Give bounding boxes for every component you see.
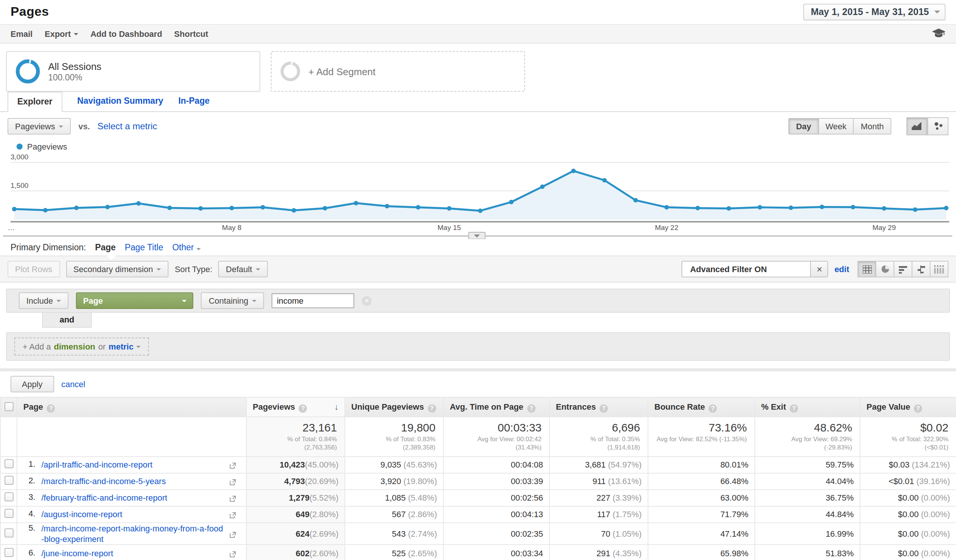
tab-in-page[interactable]: In-Page (178, 96, 209, 111)
data-point[interactable] (261, 205, 265, 210)
data-point[interactable] (633, 198, 638, 202)
data-point[interactable] (726, 206, 731, 211)
tab-navigation-summary[interactable]: Navigation Summary (77, 96, 163, 111)
table-view-icon[interactable] (857, 261, 876, 278)
filter-value-input[interactable] (272, 293, 354, 308)
data-point[interactable] (602, 178, 607, 183)
plot-rows-button[interactable]: Plot Rows (8, 261, 60, 278)
dimension-other[interactable]: Other (172, 243, 201, 252)
export-button[interactable]: Export (45, 29, 79, 38)
help-icon[interactable]: ? (914, 404, 922, 412)
dimension-page-title[interactable]: Page Title (125, 243, 163, 252)
data-point[interactable] (354, 201, 358, 205)
cancel-link[interactable]: cancel (61, 380, 85, 389)
row-checkbox[interactable] (4, 509, 13, 518)
edit-filter-link[interactable]: edit (835, 265, 849, 274)
row-checkbox[interactable] (4, 548, 13, 557)
col-header-page-value[interactable]: Page Value? (860, 397, 956, 417)
tab-explorer[interactable]: Explorer (8, 92, 62, 112)
data-point[interactable] (136, 201, 141, 205)
data-point[interactable] (198, 206, 203, 211)
metric-link[interactable]: metric (108, 342, 134, 351)
add-to-dashboard-button[interactable]: Add to Dashboard (90, 29, 162, 38)
help-icon[interactable]: ? (599, 404, 608, 412)
metric-dropdown[interactable]: Pageviews (8, 118, 71, 135)
data-point[interactable] (230, 206, 234, 210)
pageviews-chart[interactable]: 1,5003,000May 8May 15May 22May 29… (0, 152, 956, 239)
data-point[interactable] (540, 185, 544, 189)
col-header-page[interactable]: Page? (17, 397, 246, 417)
apply-button[interactable]: Apply (11, 376, 54, 392)
data-point[interactable] (74, 205, 79, 210)
filter-field-dropdown[interactable]: Page (76, 292, 194, 309)
data-point[interactable] (167, 205, 172, 210)
col-header-unique-pageviews[interactable]: Unique Pageviews? (345, 397, 443, 417)
email-button[interactable]: Email (11, 29, 33, 38)
data-point[interactable] (105, 205, 110, 209)
data-point[interactable] (851, 205, 855, 209)
add-dimension-or-metric-button[interactable]: + Add a dimension or metric (14, 337, 149, 356)
help-icon[interactable]: ? (428, 404, 436, 412)
external-link-icon[interactable] (230, 550, 236, 559)
pivot-view-icon[interactable] (930, 261, 948, 278)
data-point[interactable] (291, 208, 296, 213)
col-header-avg-time[interactable]: Avg. Time on Page? (443, 397, 549, 417)
include-exclude-dropdown[interactable]: Include (19, 292, 69, 309)
close-icon[interactable]: ✕ (810, 262, 828, 277)
education-cap-icon[interactable] (932, 28, 945, 39)
row-checkbox[interactable] (4, 493, 13, 501)
external-link-icon[interactable] (230, 478, 236, 487)
external-link-icon[interactable] (230, 531, 236, 540)
external-link-icon[interactable] (230, 495, 236, 504)
data-point[interactable] (758, 205, 762, 210)
help-icon[interactable]: ? (299, 404, 307, 412)
row-checkbox[interactable] (4, 459, 13, 468)
motion-chart-icon[interactable] (928, 117, 948, 135)
data-point[interactable] (665, 205, 669, 210)
help-icon[interactable]: ? (47, 404, 55, 412)
data-point[interactable] (447, 206, 451, 211)
data-point[interactable] (944, 206, 948, 210)
shortcut-button[interactable]: Shortcut (174, 29, 208, 38)
data-point[interactable] (789, 205, 793, 210)
data-point[interactable] (385, 204, 389, 209)
row-checkbox[interactable] (4, 476, 13, 485)
col-header-entrances[interactable]: Entrances? (549, 397, 648, 417)
page-link[interactable]: /march-income-report-making-money-from-a… (41, 523, 225, 544)
data-point[interactable] (12, 207, 17, 211)
line-chart-icon[interactable] (906, 117, 928, 135)
page-link[interactable]: /april-traffic-and-income-report (41, 459, 153, 470)
data-point[interactable] (695, 206, 700, 210)
granularity-week[interactable]: Week (818, 118, 854, 135)
data-point[interactable] (323, 206, 327, 210)
data-point[interactable] (882, 206, 887, 211)
secondary-dimension-dropdown[interactable]: Secondary dimension (66, 261, 169, 278)
select-all-checkbox[interactable] (4, 402, 13, 411)
help-icon[interactable]: ? (527, 404, 536, 412)
date-range-picker[interactable]: May 1, 2015 - May 31, 2015 (803, 4, 945, 20)
remove-condition-icon[interactable]: ✕ (362, 296, 371, 306)
data-point[interactable] (913, 207, 917, 212)
external-link-icon[interactable] (230, 461, 236, 471)
comparison-view-icon[interactable] (912, 261, 931, 278)
data-point[interactable] (416, 205, 420, 210)
performance-view-icon[interactable] (893, 261, 912, 278)
col-header-pct-exit[interactable]: % Exit? (755, 397, 860, 417)
data-point[interactable] (571, 169, 576, 173)
row-checkbox[interactable] (4, 529, 13, 538)
page-link[interactable]: /august-income-report (41, 509, 122, 520)
match-type-dropdown[interactable]: Containing (201, 292, 264, 309)
percentage-view-icon[interactable] (876, 261, 894, 278)
data-point[interactable] (820, 205, 824, 209)
page-link[interactable]: /june-income-report (41, 547, 113, 558)
data-point[interactable] (43, 208, 48, 212)
select-metric-link[interactable]: Select a metric (97, 121, 157, 132)
page-link[interactable]: /march-traffic-and-income-5-years (41, 476, 166, 487)
dimension-page[interactable]: Page (95, 243, 116, 252)
granularity-day[interactable]: Day (789, 118, 819, 135)
segment-all-sessions[interactable]: All Sessions 100.00% (6, 51, 260, 92)
add-segment-button[interactable]: + Add Segment (271, 51, 525, 92)
help-icon[interactable]: ? (709, 404, 717, 412)
page-link[interactable]: /february-traffic-and-income-report (41, 493, 167, 503)
col-header-pageviews[interactable]: Pageviews?↓ (246, 397, 345, 417)
